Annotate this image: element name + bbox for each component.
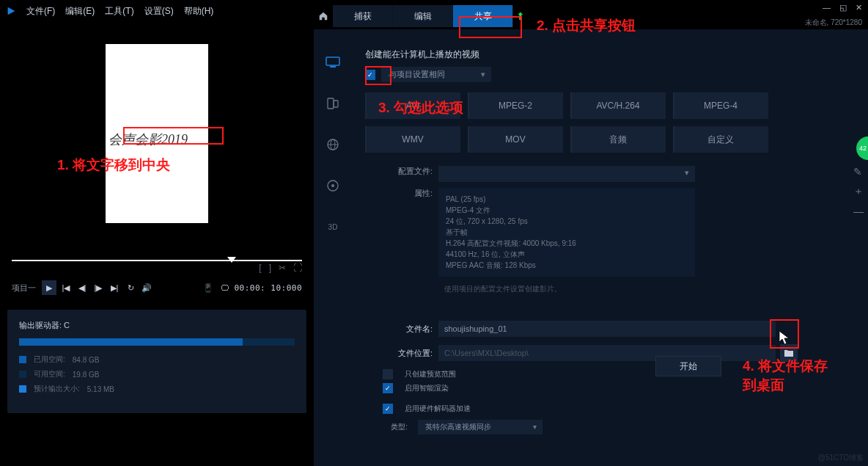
- svg-rect-2: [330, 66, 336, 68]
- mark-out-icon[interactable]: ]: [269, 263, 271, 273]
- format-avi[interactable]: AVI: [365, 92, 460, 119]
- timeline-scrubber[interactable]: [12, 260, 302, 261]
- profile-dropdown[interactable]: ▾: [438, 166, 695, 182]
- same-as-project-dropdown[interactable]: 与项目设置相同▾: [381, 67, 491, 82]
- upload-icon: ⬆: [516, 10, 525, 22]
- format-mpeg2[interactable]: MPEG-2: [468, 92, 563, 119]
- profile-add-icon[interactable]: ＋: [853, 185, 864, 198]
- window-minimize[interactable]: —: [823, 3, 831, 12]
- tab-edit[interactable]: 编辑: [393, 5, 453, 27]
- svg-point-9: [331, 184, 334, 187]
- menu-tools[interactable]: 工具(T): [105, 5, 133, 18]
- filepath-input[interactable]: C:\Users\MXL\Desktop\: [438, 345, 776, 361]
- window-close[interactable]: ✕: [856, 3, 862, 12]
- preview-only-checkbox[interactable]: [383, 369, 393, 379]
- svg-rect-3: [328, 98, 334, 109]
- filename-label: 文件名:: [365, 324, 438, 335]
- device2-icon[interactable]: 🖵: [218, 281, 231, 294]
- format-avc[interactable]: AVC/H.264: [570, 92, 666, 119]
- est-swatch: [19, 385, 26, 393]
- split-icon[interactable]: ✂: [279, 263, 286, 273]
- loop[interactable]: ↻: [124, 281, 137, 294]
- share-web-icon[interactable]: [325, 136, 341, 153]
- profile-tip: 使用项目的配置文件设置创建影片。: [365, 284, 842, 294]
- same-as-project-checkbox[interactable]: ✓: [365, 70, 375, 80]
- title-text[interactable]: 会声会影2019: [108, 131, 204, 148]
- type-label: 类型:: [383, 422, 412, 432]
- filename-input[interactable]: shoujishuping_01: [438, 321, 776, 337]
- hw-type-dropdown[interactable]: 英特尔高速视频同步▾: [418, 420, 542, 434]
- storage-panel: 输出驱动器: C 已用空间:84.8 GB 可用空间:19.8 GB 预计输出大…: [7, 310, 306, 413]
- format-mpeg4[interactable]: MPEG-4: [673, 92, 768, 119]
- hw-accel-checkbox[interactable]: ✓: [383, 404, 393, 414]
- format-audio[interactable]: 音频: [570, 126, 666, 153]
- share-3d-icon[interactable]: 3D: [325, 219, 341, 235]
- timecode: 00:00: 10:000: [234, 283, 302, 293]
- preview-canvas[interactable]: 会声会影2019: [106, 44, 208, 223]
- browse-button[interactable]: [780, 344, 798, 362]
- prev-frame[interactable]: ◀|: [76, 281, 89, 294]
- format-custom[interactable]: 自定义: [673, 126, 768, 153]
- svg-rect-1: [326, 57, 339, 65]
- preview-area: 会声会影2019: [0, 29, 314, 264]
- storage-title: 输出驱动器: C: [19, 320, 295, 331]
- attr-label: 属性:: [365, 188, 438, 277]
- watermark: @51CTO博客: [818, 453, 864, 463]
- share-device-icon[interactable]: [325, 95, 341, 112]
- volume[interactable]: 🔊: [140, 281, 153, 294]
- attr-box: PAL (25 fps) MPEG-4 文件 24 位, 720 x 1280,…: [438, 188, 695, 277]
- project-label: 项目一: [12, 283, 36, 294]
- project-info: 未命名, 720*1280: [805, 18, 862, 28]
- expand-icon[interactable]: ⛶: [293, 263, 302, 273]
- profile-edit-icon[interactable]: ✎: [853, 166, 864, 178]
- play-button[interactable]: ▶: [42, 280, 56, 295]
- mark-in-icon[interactable]: [: [259, 263, 261, 273]
- profile-remove-icon[interactable]: —: [853, 205, 864, 217]
- app-logo: [6, 6, 16, 16]
- filepath-label: 文件位置:: [365, 348, 438, 359]
- menu-file[interactable]: 文件(F): [26, 5, 55, 18]
- share-computer-icon[interactable]: [325, 54, 341, 70]
- used-swatch: [19, 356, 26, 363]
- device1-icon[interactable]: 📱: [202, 281, 215, 294]
- format-mov[interactable]: MOV: [468, 126, 563, 153]
- share-heading: 创建能在计算机上播放的视频: [365, 48, 842, 61]
- start-button[interactable]: 开始: [655, 356, 721, 376]
- menu-settings[interactable]: 设置(S): [144, 5, 174, 18]
- tab-share[interactable]: 共享: [453, 5, 513, 27]
- next-frame[interactable]: |▶: [92, 281, 105, 294]
- go-start[interactable]: |◀: [59, 281, 73, 294]
- svg-marker-0: [8, 7, 15, 15]
- share-disc-icon[interactable]: [325, 178, 341, 194]
- profile-label: 配置文件:: [365, 166, 438, 182]
- free-swatch: [19, 371, 26, 378]
- window-restore[interactable]: ◱: [839, 3, 847, 12]
- svg-rect-4: [334, 101, 338, 107]
- home-icon[interactable]: [314, 11, 333, 21]
- storage-bar: [19, 338, 295, 346]
- go-end[interactable]: ▶|: [108, 281, 121, 294]
- smart-render-checkbox[interactable]: ✓: [383, 383, 393, 393]
- format-wmv[interactable]: WMV: [365, 126, 460, 153]
- tab-capture[interactable]: 捕获: [333, 5, 393, 27]
- menu-edit[interactable]: 编辑(E): [65, 5, 95, 18]
- menu-help[interactable]: 帮助(H): [184, 5, 214, 18]
